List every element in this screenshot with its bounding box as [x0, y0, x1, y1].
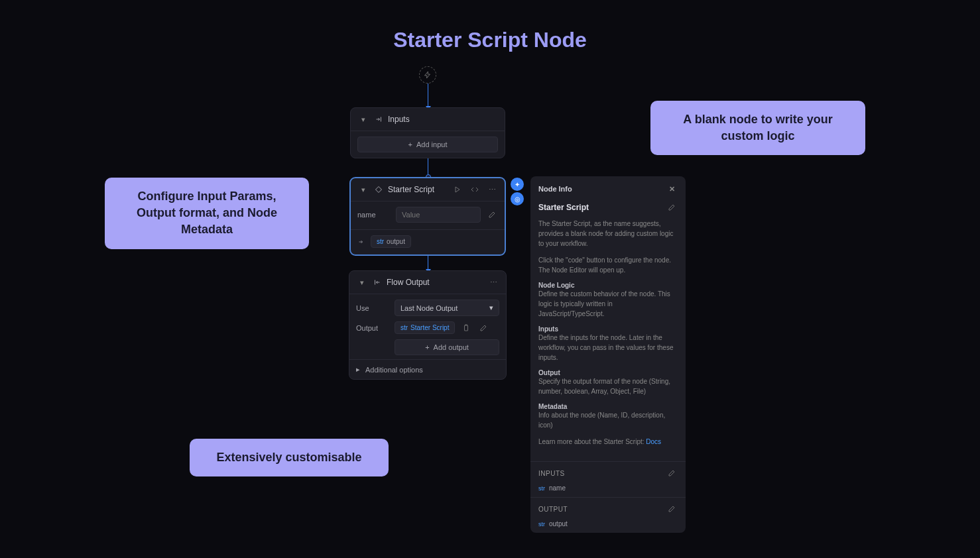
flow-output-header[interactable]: ▾ Flow Output ⋯ [349, 271, 506, 294]
output-chip-label: output [387, 238, 405, 245]
starter-script-node[interactable]: ▾ Starter Script ⋯ name Value str output [350, 178, 505, 255]
use-value: Last Node Output [400, 304, 458, 312]
string-icon: str [400, 324, 408, 331]
node-info-script-title: Starter Script [538, 203, 589, 212]
collapse-icon[interactable]: ▾ [356, 276, 368, 288]
output-item-name: output [549, 520, 568, 528]
expand-icon[interactable]: ▸ [356, 365, 360, 374]
output-item: str output [538, 520, 678, 528]
close-icon[interactable]: ✕ [666, 183, 678, 195]
magic-icon[interactable]: ✦ [511, 178, 524, 191]
node-info-desc1: The Starter Script, as the name suggests… [538, 219, 678, 249]
flow-output-node[interactable]: ▾ Flow Output ⋯ Use Last Node Output ▾ O… [349, 270, 507, 380]
node-info-header: Node Info ✕ [530, 176, 686, 201]
input-item: str name [538, 484, 678, 492]
inputs-node[interactable]: ▾ Inputs + Add input [350, 107, 505, 158]
page-title: Starter Script Node [393, 28, 587, 52]
callout-configure: Configure Input Params, Output format, a… [105, 178, 309, 249]
script-node-header[interactable]: ▾ Starter Script ⋯ [351, 178, 505, 201]
add-input-button[interactable]: + Add input [357, 137, 498, 152]
use-select[interactable]: Last Node Output ▾ [395, 300, 499, 316]
param-value-input[interactable]: Value [396, 207, 481, 223]
output-text: Specify the output format of the node (S… [538, 376, 678, 396]
use-label: Use [356, 304, 389, 312]
chevron-down-icon: ▾ [489, 304, 493, 312]
start-node-icon [419, 66, 436, 84]
clipboard-icon[interactable] [460, 322, 472, 334]
output-icon [373, 278, 381, 286]
inputs-icon [375, 115, 383, 123]
callout-customisable: Extensively customisable [190, 439, 389, 476]
param-name-label: name [357, 211, 391, 219]
output-section-title: OUTPUT [538, 506, 568, 513]
diamond-icon [375, 186, 383, 194]
edit-icon[interactable] [666, 467, 678, 479]
inputs-section-title: INPUTS [538, 470, 565, 477]
add-input-label: Add input [416, 140, 447, 148]
logic-text: Define the custom behavior of the node. … [538, 289, 678, 319]
plus-icon: + [408, 140, 412, 148]
arrow-right-icon [357, 238, 365, 246]
target-icon[interactable]: ◎ [511, 192, 524, 205]
svg-rect-0 [465, 325, 468, 331]
string-icon: str [538, 485, 545, 492]
edit-icon[interactable] [477, 322, 489, 334]
output-chip[interactable]: str output [371, 235, 411, 248]
additional-options-label[interactable]: Additional options [365, 366, 423, 374]
output-label: Output [356, 324, 389, 332]
more-icon[interactable]: ⋯ [487, 276, 499, 288]
input-item-name: name [549, 484, 566, 492]
string-icon: str [377, 238, 384, 245]
plus-icon: + [425, 343, 429, 351]
side-toolbar: ✦ ◎ [511, 178, 524, 205]
output-link-label: Starter Script [410, 324, 449, 331]
inputs-node-label: Inputs [388, 115, 410, 124]
docs-link[interactable]: Docs [646, 438, 661, 445]
flow-output-label: Flow Output [387, 278, 430, 287]
inputs-text: Define the inputs for the node. Later in… [538, 333, 678, 363]
output-title: Output [538, 369, 678, 376]
inputs-title: Inputs [538, 325, 678, 333]
flow-connector [428, 84, 428, 106]
metadata-text: Info about the node (Name, ID, descripti… [538, 410, 678, 430]
logic-title: Node Logic [538, 282, 678, 289]
script-node-label: Starter Script [388, 185, 434, 194]
node-info-desc2: Click the "code" button to configure the… [538, 255, 678, 275]
edit-icon[interactable] [486, 209, 498, 221]
output-link-chip[interactable]: str Starter Script [395, 321, 455, 334]
collapse-icon[interactable]: ▾ [357, 184, 369, 195]
learn-more-text: Learn more about the Starter Script: Doc… [538, 437, 678, 447]
node-info-title: Node Info [538, 185, 572, 193]
callout-blank-node: A blank node to write your custom logic [650, 101, 865, 155]
play-icon[interactable] [452, 184, 463, 195]
add-output-button[interactable]: + Add output [395, 339, 499, 355]
edit-icon[interactable] [666, 201, 678, 213]
string-icon: str [538, 521, 545, 528]
inputs-node-header[interactable]: ▾ Inputs [351, 108, 505, 131]
edit-icon[interactable] [666, 503, 678, 515]
collapse-icon[interactable]: ▾ [357, 113, 369, 125]
metadata-title: Metadata [538, 403, 678, 410]
node-info-panel: Node Info ✕ Starter Script The Starter S… [530, 176, 686, 533]
more-icon[interactable]: ⋯ [486, 184, 498, 195]
code-icon[interactable] [469, 184, 481, 195]
add-output-label: Add output [434, 343, 469, 351]
